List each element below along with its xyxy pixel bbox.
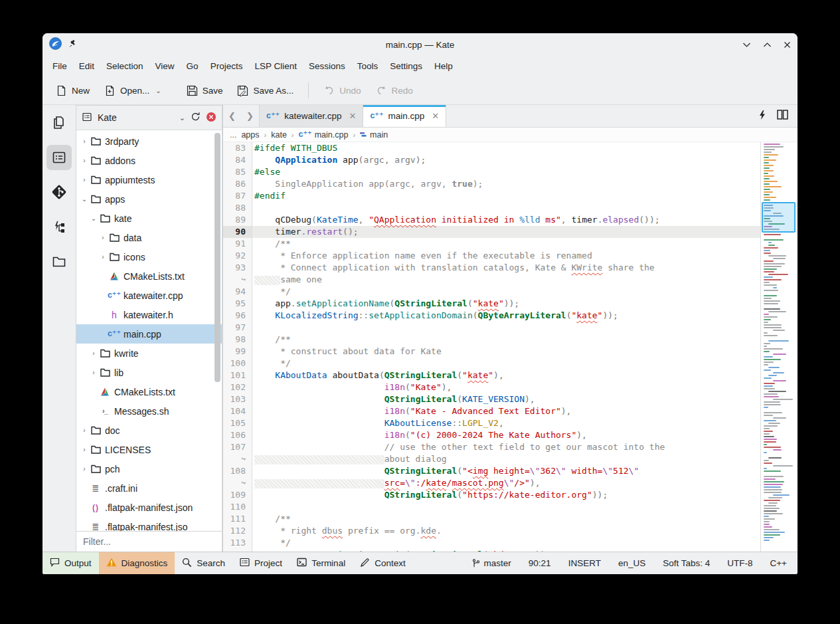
code-row-114[interactable]: 114 app.setOrganizationDomain(QStringLit… <box>223 549 760 552</box>
menu-file[interactable]: File <box>46 58 73 74</box>
code-row-wrap[interactable]: ↪about dialog <box>223 453 760 465</box>
code-row-91[interactable]: 91 /** <box>223 238 760 250</box>
input-mode[interactable]: INSERT <box>568 558 601 568</box>
statusbar-context-button[interactable]: Context <box>353 552 413 574</box>
statusbar-search-button[interactable]: Search <box>175 552 232 574</box>
code-row-93[interactable]: 93 * Connect application with translatio… <box>223 262 760 274</box>
code-row-88[interactable]: 88 <box>223 202 760 214</box>
tree-item-lib[interactable]: ›lib <box>76 363 222 382</box>
sidebar-lsp-symbols-icon[interactable] <box>46 214 72 239</box>
tree-item-pch[interactable]: ›pch <box>76 459 222 478</box>
code-row-95[interactable]: 95 app.setApplicationName(QStringLiteral… <box>223 298 760 310</box>
code-row-109[interactable]: 109 QStringLiteral("https://kate-editor.… <box>223 489 760 501</box>
tab-close-icon[interactable]: ✕ <box>432 111 439 121</box>
code-row-106[interactable]: 106 i18n("(c) 2000-2024 The Kate Authors… <box>223 429 760 441</box>
open-button[interactable]: Open... ⌄ <box>99 81 167 100</box>
tree-chevron[interactable]: › <box>80 465 89 472</box>
git-branch-status[interactable]: master <box>472 558 511 568</box>
code-row-wrap[interactable]: ↪same one <box>223 274 760 286</box>
code-row-84[interactable]: 84 QApplication app(argc, argv); <box>223 154 760 166</box>
menu-projects[interactable]: Projects <box>205 58 249 74</box>
code-row-wrap[interactable]: ↪src=\":/kate/mascot.png\"/>"), <box>223 477 760 489</box>
code-row-87[interactable]: 87#endif <box>223 190 760 202</box>
statusbar-diagnostics-button[interactable]: Diagnostics <box>99 552 175 574</box>
code-row-113[interactable]: 113 */ <box>223 537 760 549</box>
project-close-icon[interactable] <box>206 112 216 124</box>
code-row-90[interactable]: 90 timer.restart(); <box>223 226 760 238</box>
tree-chevron[interactable]: ⌄ <box>89 215 98 222</box>
tab-forward-button[interactable]: ❯ <box>241 105 259 127</box>
statusbar-terminal-button[interactable]: Terminal <box>290 552 353 574</box>
tree-item-apps[interactable]: ⌄apps <box>76 189 222 209</box>
code-row-94[interactable]: 94 */ <box>223 286 760 298</box>
open-dropdown-chevron[interactable]: ⌄ <box>155 87 161 94</box>
code-row-86[interactable]: 86 SingleApplication app(argc, argv, tru… <box>223 178 760 190</box>
menu-lsp-client[interactable]: LSP Client <box>248 58 303 74</box>
menu-sessions[interactable]: Sessions <box>303 58 351 74</box>
breadcrumb-item-apps[interactable]: apps <box>241 130 259 140</box>
tree-item-katewaiter.cpp[interactable]: c⁺⁺katewaiter.cpp <box>76 286 222 305</box>
menu-selection[interactable]: Selection <box>100 58 149 74</box>
minimize-button[interactable] <box>742 42 751 48</box>
tab-mode[interactable]: Soft Tabs: 4 <box>663 558 710 568</box>
statusbar-project-button[interactable]: Project <box>232 552 290 574</box>
tab-main-cpp[interactable]: c⁺⁺ main.cpp ✕ <box>363 105 446 127</box>
tree-item-cmakelists.txt[interactable]: CMakeLists.txt <box>76 266 222 286</box>
sidebar-projects-icon[interactable] <box>46 145 72 170</box>
tree-chevron[interactable]: › <box>80 427 89 434</box>
syntax-language[interactable]: C++ <box>770 558 787 568</box>
titlebar[interactable]: main.cpp — Kate <box>42 33 798 56</box>
code-row-107[interactable]: 107 // use the other text field to get o… <box>223 441 760 453</box>
code-row-104[interactable]: 104 i18n("Kate - Advanced Text Editor"), <box>223 405 760 417</box>
tree-item-data[interactable]: ›data <box>76 228 222 247</box>
tree-chevron[interactable]: ⌄ <box>80 195 89 203</box>
tree-chevron[interactable]: › <box>80 157 89 164</box>
menu-edit[interactable]: Edit <box>73 58 100 74</box>
code-row-89[interactable]: 89 qCDebug(KateTime, "QApplication initi… <box>223 214 760 226</box>
code-row-100[interactable]: 100 */ <box>223 358 760 369</box>
breadcrumb-item-main-cpp[interactable]: c⁺⁺main.cpp <box>299 130 349 140</box>
code-row-112[interactable]: 112 * right dbus prefix == org.kde. <box>223 525 760 537</box>
close-button[interactable] <box>784 41 791 49</box>
tree-item-appiumtests[interactable]: ›appiumtests <box>76 170 222 189</box>
tree-item-addons[interactable]: ›addons <box>76 151 222 170</box>
tree-scrollbar[interactable] <box>214 133 220 382</box>
redo-button[interactable]: Redo <box>371 81 418 100</box>
undo-button[interactable]: Undo <box>318 81 366 100</box>
tree-item-.craft.ini[interactable]: ≣.craft.ini <box>76 478 222 498</box>
tree-item-.flatpak-manifest.jso[interactable]: ≣.flatpak-manifest.jso <box>76 517 222 531</box>
code-row-97[interactable]: 97 <box>223 322 760 334</box>
tree-chevron[interactable]: › <box>80 446 89 453</box>
menu-help[interactable]: Help <box>428 58 459 74</box>
minimap[interactable] <box>760 142 798 552</box>
tree-item-doc[interactable]: ›doc <box>76 421 222 440</box>
project-refresh-icon[interactable] <box>191 112 201 124</box>
tree-item-.flatpak-manifest.json[interactable]: ().flatpak-manifest.json <box>76 498 222 517</box>
tree-chevron[interactable]: › <box>89 350 98 357</box>
tree-chevron[interactable]: › <box>80 176 89 183</box>
split-view-icon[interactable] <box>777 110 788 122</box>
tree-item-3rdparty[interactable]: ›3rdparty <box>76 132 222 151</box>
menu-go[interactable]: Go <box>181 58 205 74</box>
code-row-111[interactable]: 111 /** <box>223 513 760 525</box>
maximize-button[interactable] <box>763 42 772 48</box>
breadcrumb-item-main[interactable]: main <box>360 130 388 140</box>
tree-item-main.cpp[interactable]: c⁺⁺main.cpp <box>76 324 222 344</box>
code-editor[interactable]: 83#ifdef WITH_DBUS84 QApplication app(ar… <box>223 142 760 552</box>
sidebar-documents-icon[interactable] <box>46 110 72 136</box>
tree-chevron[interactable]: › <box>98 253 108 260</box>
project-selector-chevron[interactable]: ⌄ <box>179 114 185 122</box>
minimap-viewport[interactable] <box>762 202 796 233</box>
tab-katewaiter-cpp[interactable]: c⁺⁺ katewaiter.cpp ✕ <box>259 105 363 127</box>
tree-chevron[interactable]: › <box>80 138 89 145</box>
tab-back-button[interactable]: ❮ <box>223 105 241 127</box>
breadcrumb-item-kate[interactable]: kate <box>271 130 287 140</box>
code-row-83[interactable]: 83#ifdef WITH_DBUS <box>223 142 760 154</box>
quick-open-flash-icon[interactable] <box>758 110 766 123</box>
save-button[interactable]: Save <box>181 81 228 100</box>
save-as-button[interactable]: Save As... <box>232 81 299 100</box>
code-row-96[interactable]: 96 KLocalizedString::setApplicationDomai… <box>223 310 760 322</box>
code-row-105[interactable]: 105 KAboutLicense::LGPL_V2, <box>223 417 760 429</box>
breadcrumb-overflow[interactable]: ... <box>230 130 236 140</box>
encoding[interactable]: UTF-8 <box>727 558 752 568</box>
